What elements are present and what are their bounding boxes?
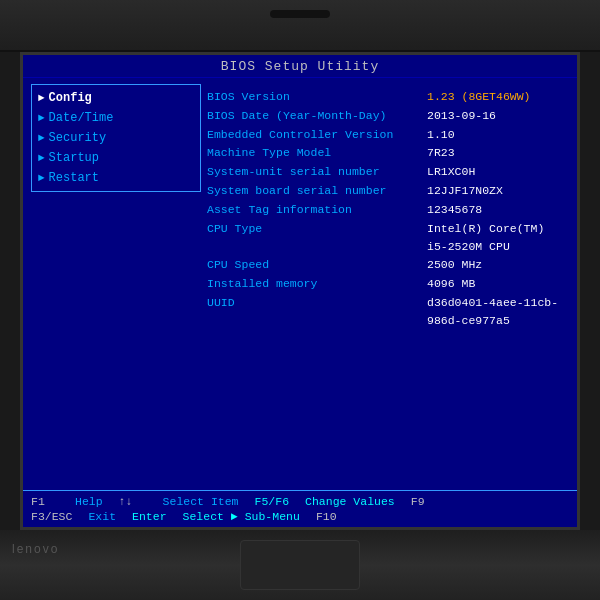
menu-label: Startup <box>49 151 99 165</box>
info-label: BIOS Version <box>207 88 427 106</box>
info-value: 2500 MHz <box>427 256 563 274</box>
info-label: System-unit serial number <box>207 163 427 181</box>
status-key: F5/F6 <box>255 495 290 508</box>
menu-item-security[interactable]: ►Security <box>32 129 200 147</box>
menu-arrow: ► <box>38 92 45 104</box>
right-info-panel: BIOS Version1.23 (8GET46WW)BIOS Date (Ye… <box>201 84 569 490</box>
info-row: System board serial number12JJF17N0ZX <box>207 182 563 200</box>
info-value: 12JJF17N0ZX <box>427 182 563 200</box>
status-bar: F1Help↑↓Select ItemF5/F6Change ValuesF9 … <box>23 490 577 527</box>
info-label: System board serial number <box>207 182 427 200</box>
menu-item-restart[interactable]: ►Restart <box>32 169 200 187</box>
status-key: F9 <box>411 495 439 508</box>
top-bezel <box>0 0 600 52</box>
info-row: CPU TypeIntel(R) Core(TM) i5-2520M CPU <box>207 220 563 256</box>
info-value: 1.10 <box>427 126 563 144</box>
status-key: ↑↓ <box>119 495 147 508</box>
status-desc: Help <box>75 495 103 508</box>
menu-label: Date/Time <box>49 111 114 125</box>
menu-arrow: ► <box>38 152 45 164</box>
info-row: CPU Speed2500 MHz <box>207 256 563 274</box>
menu-label: Config <box>49 91 92 105</box>
menu-arrow: ► <box>38 132 45 144</box>
info-value: 1.23 (8GET46WW) <box>427 88 563 106</box>
info-row: Embedded Controller Version1.10 <box>207 126 563 144</box>
status-desc: Select ► Sub-Menu <box>183 510 300 523</box>
info-value: Intel(R) Core(TM) i5-2520M CPU <box>427 220 563 256</box>
menu-arrow: ► <box>38 172 45 184</box>
info-label: Machine Type Model <box>207 144 427 162</box>
info-value: 12345678 <box>427 201 563 219</box>
info-row: BIOS Date (Year-Month-Day)2013-09-16 <box>207 107 563 125</box>
menu-arrow: ► <box>38 112 45 124</box>
info-value: d36d0401-4aee-11cb-986d-ce977a5 <box>427 294 563 330</box>
info-label: Asset Tag information <box>207 201 427 219</box>
info-row: BIOS Version1.23 (8GET46WW) <box>207 88 563 106</box>
status-key: F3/ESC <box>31 510 72 523</box>
title-text: BIOS Setup Utility <box>221 59 379 74</box>
info-row: Installed memory4096 MB <box>207 275 563 293</box>
info-row: UUIDd36d0401-4aee-11cb-986d-ce977a5 <box>207 294 563 330</box>
menu-item-date-time[interactable]: ►Date/Time <box>32 109 200 127</box>
touchpad <box>240 540 360 590</box>
info-label: Installed memory <box>207 275 427 293</box>
status-desc: Exit <box>88 510 116 523</box>
bios-content: ►Config►Date/Time►Security►Startup►Resta… <box>23 78 577 490</box>
camera-bump <box>270 10 330 18</box>
status-key: F1 <box>31 495 59 508</box>
menu-label: Restart <box>49 171 99 185</box>
status-row-2: F3/ESCExitEnterSelect ► Sub-MenuF10 <box>31 510 569 523</box>
info-label: CPU Type <box>207 220 427 256</box>
status-key: Enter <box>132 510 167 523</box>
brand-label: lenovo <box>12 542 59 556</box>
menu-label: Security <box>49 131 107 145</box>
info-value: 2013-09-16 <box>427 107 563 125</box>
bios-screen: BIOS Setup Utility ►Config►Date/Time►Sec… <box>20 52 580 530</box>
info-label: CPU Speed <box>207 256 427 274</box>
info-label: BIOS Date (Year-Month-Day) <box>207 107 427 125</box>
info-label: UUID <box>207 294 427 330</box>
menu-item-config[interactable]: ►Config <box>32 89 200 107</box>
status-row-1: F1Help↑↓Select ItemF5/F6Change ValuesF9 <box>31 495 569 508</box>
info-value: 7R23 <box>427 144 563 162</box>
info-value: LR1XC0H <box>427 163 563 181</box>
info-row: Asset Tag information12345678 <box>207 201 563 219</box>
status-key: F10 <box>316 510 344 523</box>
info-value: 4096 MB <box>427 275 563 293</box>
bottom-bezel: lenovo <box>0 530 600 600</box>
info-label: Embedded Controller Version <box>207 126 427 144</box>
info-row: System-unit serial numberLR1XC0H <box>207 163 563 181</box>
status-desc: Change Values <box>305 495 395 508</box>
info-row: Machine Type Model 7R23 <box>207 144 563 162</box>
status-desc: Select Item <box>163 495 239 508</box>
left-menu-panel: ►Config►Date/Time►Security►Startup►Resta… <box>31 84 201 192</box>
title-bar: BIOS Setup Utility <box>23 55 577 78</box>
menu-item-startup[interactable]: ►Startup <box>32 149 200 167</box>
